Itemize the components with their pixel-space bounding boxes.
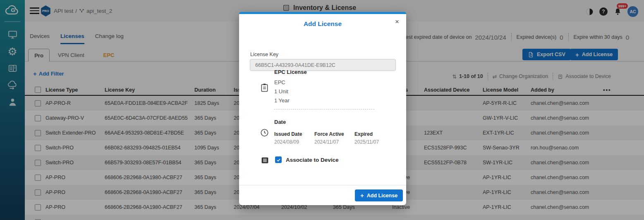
epc-units: 1 Unit bbox=[274, 87, 290, 96]
associate-checkbox-label: Associate to Device bbox=[286, 157, 339, 163]
check-icon bbox=[276, 158, 281, 162]
force-active-col: Force Active 2024/11/07 bbox=[314, 131, 354, 145]
date-heading: Date bbox=[274, 119, 286, 125]
modal-add-license-button[interactable]: + Add License bbox=[355, 189, 403, 201]
license-key-input[interactable] bbox=[250, 59, 396, 71]
modal-title: Add License bbox=[239, 20, 406, 28]
clipboard-icon bbox=[260, 83, 269, 94]
plus-icon: + bbox=[360, 192, 364, 199]
license-key-label: License Key bbox=[250, 52, 278, 57]
date-columns: Issued Date 2024/08/09 Force Active 2024… bbox=[274, 131, 395, 145]
dashed-divider bbox=[274, 109, 374, 109]
epc-license-details: EPC 1 Unit 1 Year bbox=[274, 78, 290, 105]
associate-to-device-row: Associate to Device bbox=[275, 156, 339, 163]
epc-license-heading: EPC License bbox=[274, 69, 307, 75]
device-list-icon bbox=[261, 156, 269, 166]
close-icon[interactable]: × bbox=[395, 18, 399, 25]
modal-footer-divider bbox=[239, 185, 406, 185]
app-window: G ⚙ bbox=[0, 0, 644, 220]
add-license-modal: Add License × License Key EPC License EP… bbox=[239, 12, 406, 205]
expired-col: Expired 2025/11/07 bbox=[354, 131, 395, 145]
epc-duration: 1 Year bbox=[274, 96, 290, 105]
modal-accent-bar bbox=[239, 12, 406, 14]
clock-icon bbox=[260, 128, 269, 139]
epc-type: EPC bbox=[274, 78, 290, 87]
issued-date-col: Issued Date 2024/08/09 bbox=[274, 131, 314, 145]
associate-checkbox[interactable] bbox=[275, 156, 282, 163]
